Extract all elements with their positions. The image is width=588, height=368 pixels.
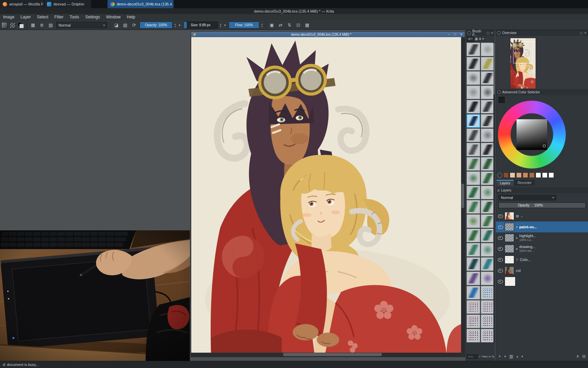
opacity-slider[interactable]: Opacity: 100%	[140, 21, 173, 29]
mirror-vertical-icon[interactable]: ⇅	[286, 22, 293, 29]
taskbar-item-dolphin[interactable]: deevad — Dolphin	[44, 0, 91, 8]
check-icon[interactable]: ✓	[479, 355, 481, 358]
brush-preset[interactable]	[467, 86, 480, 99]
overview-view-rect[interactable]	[513, 42, 533, 63]
brush-preset[interactable]	[467, 71, 480, 85]
add-layer-options-button[interactable]: ▾	[504, 355, 506, 358]
brush-preset[interactable]	[481, 300, 494, 314]
brush-preset[interactable]	[481, 100, 494, 113]
brush-preset[interactable]	[481, 114, 494, 128]
brush-preset[interactable]	[467, 200, 480, 214]
color-selector-header[interactable]: Advanced Color Selector	[496, 89, 588, 95]
brush-settings-icon[interactable]: ▦	[30, 22, 36, 29]
menu-filter[interactable]: Filter	[51, 14, 67, 20]
close-docker-icon[interactable]: ✕	[584, 31, 587, 35]
trim-icon[interactable]: ⊡	[295, 22, 302, 29]
pattern-fill-icon[interactable]: ▨	[47, 22, 54, 29]
history-swatch[interactable]	[510, 172, 515, 178]
brush-preset[interactable]	[481, 243, 494, 257]
brush-preset[interactable]	[467, 57, 480, 71]
brush-preset[interactable]	[481, 86, 494, 99]
save-preset-icon[interactable]: ▣	[268, 22, 275, 29]
move-layer-up-button[interactable]: ▴	[517, 355, 518, 358]
minimize-button[interactable]: –	[447, 33, 451, 36]
visibility-icon[interactable]	[498, 247, 503, 251]
chevron-down-icon[interactable]: ⌄	[521, 214, 523, 218]
menu-image[interactable]: Image	[0, 14, 17, 20]
brush-preset[interactable]	[467, 257, 480, 271]
brush-preset[interactable]	[467, 229, 480, 242]
history-swatch[interactable]	[542, 172, 548, 178]
brush-preset[interactable]	[481, 71, 494, 85]
subwindow-titlebar[interactable]: demo-deco01v3_004b.kra (135.4 MiB) * – □…	[191, 32, 465, 37]
layers-docker-header[interactable]: ≣ Layers	[496, 187, 588, 193]
float-docker-icon[interactable]: ▢	[487, 31, 490, 35]
brush-preset[interactable]	[467, 243, 480, 257]
clear-history-icon[interactable]	[497, 173, 502, 178]
add-layer-button[interactable]: +	[499, 354, 501, 359]
color-selector-settings-button[interactable]	[499, 97, 505, 103]
alpha-icon[interactable]: a	[516, 225, 518, 229]
float-docker-icon[interactable]: ▢	[580, 31, 583, 35]
taskbar-item-firefox[interactable]: amapiaf — Mozilla Firefox	[0, 0, 44, 8]
layer-row[interactable]	[496, 276, 588, 287]
visibility-icon[interactable]	[498, 225, 503, 229]
visibility-icon[interactable]	[498, 269, 503, 273]
spin-down-icon[interactable]: ▾	[175, 25, 176, 28]
brush-grid-scrollbar[interactable]	[493, 43, 495, 343]
size-spinner[interactable]: ▴ ▾	[220, 23, 222, 28]
history-swatch[interactable]	[516, 172, 522, 178]
brush-preset[interactable]	[481, 43, 494, 56]
brush-preset[interactable]	[481, 214, 494, 228]
opacity-spinner[interactable]: ▴ ▾	[175, 23, 176, 28]
opacity-options-icon[interactable]: ▾	[178, 22, 181, 29]
brush-preset[interactable]	[481, 315, 494, 328]
menu-layer[interactable]: Layer	[17, 14, 34, 20]
brush-preset[interactable]	[467, 186, 480, 199]
foreground-background-swatch[interactable]	[18, 22, 24, 28]
brush-preset[interactable]	[467, 128, 480, 142]
layer-row-group[interactable]: ▤ ⌄	[496, 211, 588, 221]
menu-tools[interactable]: Tools	[66, 14, 82, 20]
scrollbar-thumb[interactable]	[493, 43, 495, 94]
overview-docker-header[interactable]: Overview ▢ ✕	[496, 30, 588, 36]
visibility-icon[interactable]	[498, 258, 503, 262]
tab-layers[interactable]: Layers	[496, 180, 513, 186]
brush-preset[interactable]	[467, 114, 480, 128]
size-options-icon[interactable]: ▾	[223, 22, 227, 29]
menu-help[interactable]: Help	[124, 14, 138, 20]
list-view-icon[interactable]: ≣	[479, 37, 481, 41]
spin-up-icon[interactable]: ▴	[220, 23, 222, 25]
layer-row[interactable]: a highlight... 100% Lu...	[496, 232, 588, 243]
display-mode-select[interactable]: di ▾	[467, 36, 474, 42]
move-layer-down-button[interactable]: ▾	[521, 355, 523, 358]
brush-search-input[interactable]	[467, 354, 478, 359]
layer-row[interactable]: a drawing... 100% Mu...	[496, 243, 588, 254]
taskbar-item-krita[interactable]: demo-deco01v3_004b.kra (135.4 ...	[108, 0, 174, 8]
brush-preset[interactable]	[467, 157, 480, 171]
scrollbar-thumb[interactable]	[461, 184, 464, 208]
brush-docker-header[interactable]: Brush P... ▢ ✕	[466, 30, 495, 36]
menu-window[interactable]: Window	[103, 14, 124, 20]
brush-preset[interactable]	[481, 257, 494, 271]
visibility-icon[interactable]	[498, 236, 503, 240]
reload-preset-icon[interactable]: ⟳	[131, 22, 137, 29]
history-swatch[interactable]	[529, 172, 535, 178]
canvas-horizontal-scrollbar[interactable]	[191, 353, 461, 356]
brush-preset[interactable]	[481, 200, 494, 214]
layer-properties-button[interactable]: ≡	[576, 354, 579, 359]
grid-view-icon[interactable]: ▦	[475, 37, 478, 41]
brush-preset[interactable]	[467, 171, 480, 185]
scrollbar-thumb[interactable]	[283, 353, 382, 356]
spin-up-icon[interactable]: ▴	[261, 23, 263, 25]
brush-preset[interactable]	[467, 100, 480, 113]
layer-opacity-slider[interactable]: Opacity 100%	[499, 202, 586, 208]
history-swatch[interactable]	[536, 172, 541, 178]
menu-settings[interactable]: Settings	[82, 14, 103, 20]
blending-mode-select[interactable]: Normal ▾	[56, 22, 107, 28]
spin-down-icon[interactable]: ▾	[220, 25, 222, 28]
alpha-icon[interactable]: a	[516, 236, 518, 240]
history-swatch[interactable]	[549, 172, 554, 178]
brush-preset[interactable]	[481, 272, 494, 285]
brush-preset[interactable]	[467, 329, 480, 342]
